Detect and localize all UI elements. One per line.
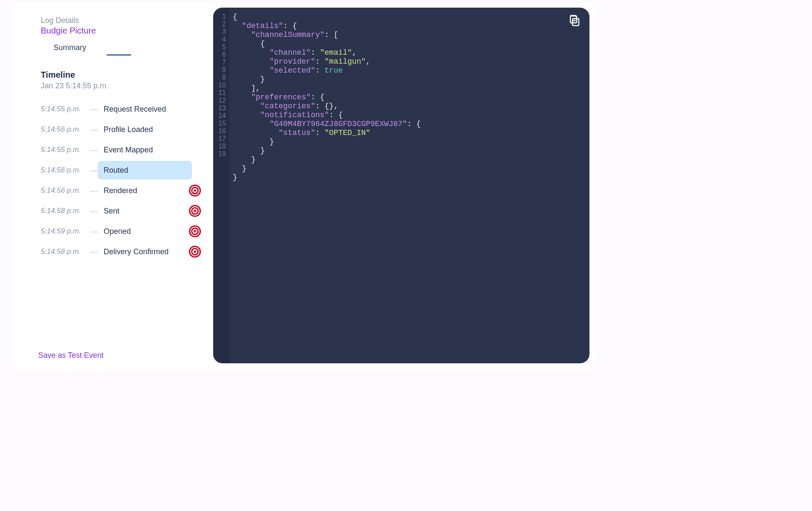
timeline-dash: — bbox=[90, 166, 98, 175]
timeline-dash: — bbox=[90, 186, 98, 195]
timeline-event: Delivery Confirmed bbox=[104, 241, 201, 262]
timeline-time: 5:14:55 p.m. bbox=[41, 105, 87, 113]
svg-point-5 bbox=[194, 210, 196, 212]
tab-summary[interactable]: Summary bbox=[54, 43, 86, 56]
copy-icon[interactable] bbox=[568, 14, 581, 27]
timeline-event: Request Received bbox=[104, 99, 201, 119]
timeline-heading: Timeline bbox=[41, 70, 201, 80]
timeline-label: Profile Loaded bbox=[104, 125, 201, 134]
timeline-event: Rendered bbox=[104, 180, 201, 201]
timeline-label: Delivery Confirmed bbox=[104, 247, 185, 256]
code-lines[interactable]: { "details": { "channelSummary": [ { "ch… bbox=[229, 13, 421, 182]
target-icon bbox=[189, 205, 201, 217]
target-icon bbox=[189, 225, 201, 238]
log-details-label: Log Details bbox=[41, 16, 201, 25]
timeline-dash: — bbox=[90, 247, 98, 256]
timeline-row[interactable]: 5:14:58 p.m.—Delivery Confirmed bbox=[41, 241, 201, 262]
timeline-dash: — bbox=[90, 105, 98, 114]
timeline-sub: Jan 23 5:14:55 p.m. bbox=[41, 81, 201, 90]
svg-point-2 bbox=[194, 189, 196, 192]
timeline-label: Request Received bbox=[104, 105, 201, 114]
code-gutter: 1 2 3 4 5 6 7 8 9 10 11 12 13 14 15 16 1… bbox=[213, 8, 229, 363]
timeline-event: Sent bbox=[104, 201, 201, 221]
tab-underline bbox=[107, 54, 131, 56]
timeline-row[interactable]: 5:14:56 p.m.—Rendered bbox=[41, 180, 201, 201]
left-pane: Log Details Budgie Picture Summary Timel… bbox=[12, 3, 213, 370]
svg-rect-12 bbox=[572, 19, 579, 25]
timeline-label: Opened bbox=[104, 227, 185, 236]
tabs: Summary bbox=[41, 43, 201, 56]
timeline-row[interactable]: 5:14:56 p.m.—Routed bbox=[41, 160, 201, 180]
target-icon bbox=[189, 245, 201, 258]
timeline-time: 5:14:56 p.m. bbox=[41, 166, 87, 174]
timeline-list: 5:14:55 p.m.—Request Received5:14:55 p.m… bbox=[41, 99, 201, 262]
right-pane: 1 2 3 4 5 6 7 8 9 10 11 12 13 14 15 16 1… bbox=[213, 3, 596, 370]
timeline-row[interactable]: 5:14:58 p.m.—Sent bbox=[41, 201, 201, 221]
target-icon bbox=[189, 184, 201, 197]
timeline-time: 5:14:58 p.m. bbox=[41, 207, 87, 215]
timeline-time: 5:14:55 p.m. bbox=[41, 146, 87, 154]
timeline-label: Sent bbox=[104, 207, 185, 216]
timeline-dash: — bbox=[90, 146, 98, 154]
timeline-time: 5:14:58 p.m. bbox=[41, 247, 87, 256]
timeline-time: 5:14:59 p.m. bbox=[41, 227, 87, 236]
timeline-time: 5:14:55 p.m. bbox=[41, 125, 87, 134]
log-title[interactable]: Budgie Picture bbox=[41, 26, 201, 36]
timeline-label: Event Mapped bbox=[104, 146, 201, 154]
timeline-row[interactable]: 5:14:55 p.m.—Profile Loaded bbox=[41, 119, 201, 140]
svg-point-11 bbox=[194, 250, 196, 253]
timeline-label: Routed bbox=[104, 166, 188, 175]
timeline-event: Routed bbox=[104, 160, 201, 180]
svg-point-8 bbox=[194, 230, 196, 233]
timeline-event: Opened bbox=[104, 221, 201, 241]
timeline-row[interactable]: 5:14:59 p.m.—Opened bbox=[41, 221, 201, 241]
timeline-label: Rendered bbox=[104, 186, 185, 195]
log-details-panel: Log Details Budgie Picture Summary Timel… bbox=[12, 3, 596, 370]
timeline-time: 5:14:56 p.m. bbox=[41, 186, 87, 195]
timeline-dash: — bbox=[90, 125, 98, 134]
background-text: ago bbox=[0, 57, 7, 66]
timeline-event: Profile Loaded bbox=[104, 119, 201, 140]
timeline-event: Event Mapped bbox=[104, 140, 201, 160]
timeline-row[interactable]: 5:14:55 p.m.—Event Mapped bbox=[41, 140, 201, 160]
timeline-dash: — bbox=[90, 227, 98, 236]
timeline-pill[interactable]: Routed bbox=[98, 161, 192, 180]
timeline-row[interactable]: 5:14:55 p.m.—Request Received bbox=[41, 99, 201, 119]
tab-secondary-slot bbox=[107, 46, 131, 56]
save-as-test-event-link[interactable]: Save as Test Event bbox=[38, 343, 201, 360]
timeline-dash: — bbox=[90, 207, 98, 216]
code-block: 1 2 3 4 5 6 7 8 9 10 11 12 13 14 15 16 1… bbox=[213, 8, 589, 363]
